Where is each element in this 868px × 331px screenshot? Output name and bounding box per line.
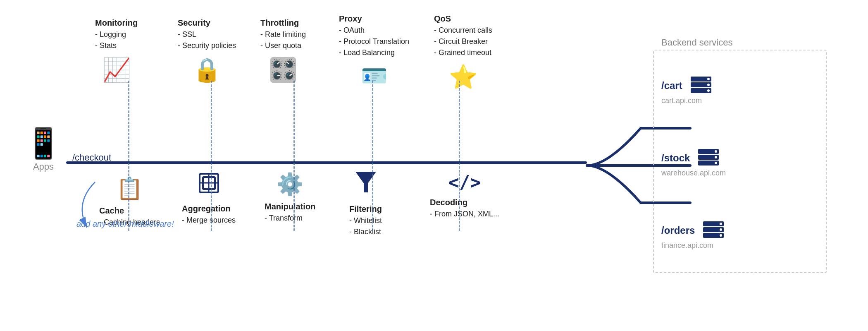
- svg-point-21: [720, 228, 722, 231]
- annotation-svg: [62, 178, 207, 244]
- decoding-icon: </>: [448, 172, 481, 193]
- throttling-label: Throttling- Rate limiting- User quota: [260, 17, 306, 51]
- feature-decoding-bottom: </> Decoding- From JSON, XML...: [430, 172, 499, 220]
- dashed-aggregation: [211, 163, 212, 231]
- svg-point-22: [720, 234, 722, 237]
- dashed-monitoring: [128, 81, 129, 161]
- checkout-label: /checkout: [72, 152, 111, 163]
- manipulation-label: Manipulation- Transform: [265, 200, 315, 224]
- svg-point-9: [707, 84, 710, 86]
- apps-label: Apps: [33, 161, 54, 172]
- stock-route: /stock: [661, 152, 690, 164]
- stock-server-icon: [698, 149, 719, 167]
- orders-route: /orders: [661, 225, 695, 236]
- feature-manipulation-bottom: ⚙️ Manipulation- Transform: [265, 172, 315, 224]
- apps-section: 📱 Apps: [25, 128, 62, 172]
- annotation-text: add any other middleware!: [76, 219, 174, 229]
- feature-throttling-top: Throttling- Rate limiting- User quota 🎛️: [260, 17, 306, 84]
- dashed-filtering: [372, 163, 373, 231]
- dashed-security: [211, 81, 212, 161]
- qos-label: QoS- Concurrent calls- Circuit Breaker- …: [434, 12, 492, 58]
- feature-qos-top: QoS- Concurrent calls- Circuit Breaker- …: [434, 12, 492, 91]
- feature-proxy-top: Proxy- OAuth- Protocol Translation- Load…: [339, 12, 409, 89]
- dashed-manipulation: [293, 163, 295, 231]
- backend-item-cart: /cart cart.api.com: [661, 77, 711, 105]
- svg-point-20: [720, 223, 722, 225]
- phone-icon: 📱: [25, 128, 62, 158]
- monitoring-icon: 📈: [102, 56, 131, 84]
- orders-server-icon: [703, 221, 724, 240]
- dashed-decoding: [459, 163, 460, 231]
- svg-point-14: [715, 150, 717, 153]
- filtering-label: Filtering- Whitelist- Blacklist: [349, 203, 382, 237]
- svg-point-15: [715, 156, 717, 158]
- decoding-label: Decoding- From JSON, XML...: [430, 196, 499, 220]
- backend-item-orders: /orders finance.api.com: [661, 221, 724, 250]
- proxy-label: Proxy- OAuth- Protocol Translation- Load…: [339, 12, 409, 58]
- manipulation-icon: ⚙️: [277, 172, 303, 197]
- feature-filtering-bottom: Filtering- Whitelist- Blacklist: [349, 172, 382, 237]
- dashed-qos: [459, 81, 460, 161]
- security-icon: 🔒: [193, 56, 222, 84]
- throttling-icon: 🎛️: [269, 56, 298, 84]
- feature-monitoring-top: Monitoring- Logging- Stats 📈: [95, 17, 138, 84]
- cart-url: cart.api.com: [661, 96, 702, 105]
- backend-item-stock: /stock warehouse.api.com: [661, 149, 726, 177]
- svg-point-10: [707, 89, 710, 92]
- security-label: Security- SSL- Security policies: [178, 17, 236, 51]
- svg-point-16: [715, 162, 717, 164]
- stock-url: warehouse.api.com: [661, 169, 726, 177]
- orders-url: finance.api.com: [661, 241, 713, 250]
- cart-route: /cart: [661, 80, 682, 91]
- dashed-throttling: [293, 81, 295, 161]
- feature-security-top: Security- SSL- Security policies 🔒: [178, 17, 236, 84]
- diagram-container: 📱 Apps /checkout Monitoring- Logging- St…: [0, 0, 868, 331]
- qos-icon: ⭐: [449, 63, 478, 91]
- svg-point-8: [707, 78, 710, 80]
- cart-server-icon: [691, 77, 711, 95]
- monitoring-label: Monitoring- Logging- Stats: [95, 17, 138, 51]
- main-line: [66, 161, 587, 164]
- dashed-proxy: [372, 81, 373, 161]
- proxy-icon: 🪪: [361, 63, 388, 89]
- backend-services-title: Backend services: [661, 37, 732, 48]
